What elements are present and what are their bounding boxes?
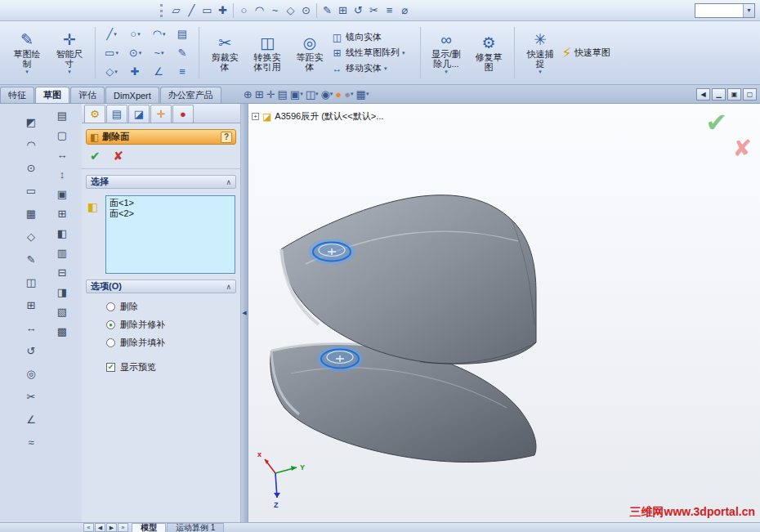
float-button[interactable]: ▢ [743, 88, 757, 101]
tab-office-products[interactable]: 办公室产品 [160, 87, 221, 103]
dropdown-icon[interactable]: ▾ [351, 91, 354, 97]
scroll-last-button[interactable]: » [118, 523, 128, 532]
toolbar-grip[interactable] [160, 4, 165, 17]
tree-expand-icon[interactable]: + [252, 113, 259, 120]
mirror-entities-button[interactable]: ◫ 镜向实体 [331, 31, 416, 43]
tab-motion-study-1[interactable]: 运动算例 1 [167, 523, 224, 532]
dim-horizontal-icon[interactable]: ↔ [54, 146, 70, 163]
sketch-button[interactable]: ✎ 草图绘 制 ▾ [6, 30, 48, 75]
notebook-icon[interactable]: ▤ [278, 88, 288, 101]
scroll-first-button[interactable]: « [83, 523, 94, 532]
pm-tab-configurations[interactable]: ◪ [128, 105, 150, 123]
collapse-chevron-icon[interactable]: ∧ [226, 178, 231, 186]
ruler-icon[interactable]: ▤ [54, 107, 70, 123]
display-style-icon[interactable]: ◫▾ [306, 88, 319, 101]
tab-features[interactable]: 特征 [0, 87, 34, 103]
dropdown-icon[interactable]: ▾ [402, 50, 405, 56]
sketch-pencil-icon[interactable]: ✎ [320, 2, 335, 19]
radio-delete[interactable]: 删除 [106, 301, 240, 313]
dropdown-icon[interactable]: ▾ [384, 65, 387, 72]
rectangle-tool-icon[interactable]: ▭ [199, 2, 215, 19]
rect-side-icon[interactable]: ▭ [23, 182, 39, 199]
text-entity-button[interactable]: ▤ [171, 25, 194, 43]
table-icon[interactable]: ⊞ [54, 205, 70, 221]
pencil-side-icon[interactable]: ✎ [23, 251, 39, 267]
offset-entities-button[interactable]: ◎ 等距实 体 [288, 34, 331, 72]
wave-side-icon[interactable]: ≈ [23, 434, 39, 450]
dropdown-icon[interactable]: ▾ [68, 69, 71, 75]
grid2-icon[interactable]: ▩ [54, 323, 70, 339]
help-button[interactable]: ? [221, 132, 232, 143]
parallelogram-tool-icon[interactable]: ▱ [168, 2, 184, 19]
view-orientation-icon[interactable]: ▣▾ [290, 88, 303, 101]
quick-snaps-button[interactable]: ✳ 快速捕 捉 ▾ [519, 30, 561, 75]
pm-tab-featuremanager[interactable]: ▤ [106, 105, 127, 123]
note-icon[interactable]: ▢ [54, 127, 70, 143]
ok-button[interactable]: ✔ [90, 149, 101, 163]
apply-scene-icon[interactable]: ●▾ [344, 88, 353, 101]
circle-side-icon[interactable]: ⊙ [23, 159, 39, 176]
rotate-tool-icon[interactable]: ↺ [351, 2, 366, 19]
convert-entities-button[interactable]: ◫ 转换实 体引用 [246, 34, 288, 72]
linear-sketch-pattern-button[interactable]: ⊞ 线性草图阵列 ▾ [331, 47, 416, 59]
angle-entity-button[interactable]: ∠ [147, 62, 171, 81]
toolbar-combo-input[interactable] [695, 6, 743, 15]
arc-tool-icon[interactable]: ◠ [252, 2, 267, 19]
restore-button[interactable]: ▣ [727, 88, 741, 101]
pm-tab-dimxpert[interactable]: ✛ [150, 105, 172, 123]
scroll-prev-button[interactable]: ◀ [95, 523, 105, 532]
dropdown-icon[interactable]: ▾ [315, 91, 319, 97]
hide-show-items-icon[interactable]: ◉▾ [320, 88, 333, 101]
circle-entity-button[interactable]: ○▾ [123, 25, 147, 43]
model-3d[interactable]: x Y Z [248, 104, 760, 522]
dropdown-icon[interactable]: ▾ [114, 69, 118, 75]
selection-item-face2[interactable]: 面<2> [110, 208, 231, 219]
offset-side-icon[interactable]: ◎ [23, 365, 39, 382]
spline-tool-icon[interactable]: ~ [267, 2, 283, 19]
edit-appearance-icon[interactable]: ● [335, 88, 342, 101]
feature-tree-flyout[interactable]: + ◪ A3596辰升 (默认<<默认>... [252, 110, 383, 123]
trim-tool-icon[interactable]: ✂ [366, 2, 382, 19]
panel-splitter[interactable]: ◀ [241, 104, 248, 522]
tab-model[interactable]: 模型 [132, 523, 166, 532]
grid-side-icon[interactable]: ▦ [23, 205, 39, 221]
smart-dimension-button[interactable]: ✛ 智能尺 寸 ▾ [48, 30, 91, 75]
spline-entity-button[interactable]: ~▾ [147, 43, 171, 62]
line-tool-icon[interactable]: ╱ [184, 2, 199, 19]
list-tool-icon[interactable]: ≡ [382, 2, 397, 19]
dropdown-icon[interactable]: ▾ [137, 31, 141, 38]
point-entity-button[interactable]: ✚ [123, 62, 147, 81]
tab-dimxpert[interactable]: DimXpert [105, 87, 159, 103]
tab-evaluate[interactable]: 评估 [70, 87, 105, 103]
collapse-chevron-icon[interactable]: ∧ [226, 283, 231, 291]
tab-sketch[interactable]: 草图 [35, 87, 69, 103]
dropdown-icon[interactable]: ▾ [539, 69, 542, 75]
circle-tool-icon[interactable]: ○ [236, 2, 252, 19]
trim-side-icon[interactable]: ✂ [23, 388, 39, 405]
zoom-fit-icon[interactable]: ⊕ [244, 88, 253, 101]
more-entity-button[interactable]: ≡ [171, 62, 194, 81]
centerline-tool-icon[interactable]: ✚ [215, 2, 230, 19]
dropdown-icon[interactable]: ▾ [330, 91, 333, 97]
viewport-ok-button[interactable]: ✔ [705, 107, 727, 138]
rotate-side-icon[interactable]: ↺ [23, 342, 39, 359]
diameter-tool-icon[interactable]: ⌀ [397, 2, 413, 19]
pen-entity-button[interactable]: ✎ [171, 43, 194, 62]
ellipse-entity-button[interactable]: ⊙▾ [123, 43, 147, 62]
dropdown-icon[interactable]: ▾ [115, 50, 118, 56]
model-bottom-shell[interactable] [270, 343, 536, 462]
selection-section-header[interactable]: 选择 ∧ [86, 175, 236, 189]
polygon-tool-icon[interactable]: ◇ [283, 2, 298, 19]
dropdown-icon[interactable]: ▾ [114, 31, 117, 38]
frame-icon[interactable]: ◧ [54, 225, 70, 241]
dropdown-icon[interactable]: ▾ [445, 69, 448, 75]
trim-entities-button[interactable]: ✂ 剪裁实 体 [203, 34, 246, 72]
view-settings-icon[interactable]: ▦▾ [356, 88, 369, 101]
combo-dropdown-icon[interactable]: ▾ [743, 4, 754, 17]
polygon-side-icon[interactable]: ◇ [23, 228, 39, 244]
repair-sketch-button[interactable]: ⚙ 修复草 图 [467, 34, 510, 72]
move-side-icon[interactable]: ↔ [23, 320, 39, 336]
radio-delete-and-fill[interactable]: 删除并填补 [106, 337, 240, 349]
layer-icon[interactable]: ◨ [54, 284, 70, 300]
page-icon[interactable]: ▧ [54, 303, 70, 320]
